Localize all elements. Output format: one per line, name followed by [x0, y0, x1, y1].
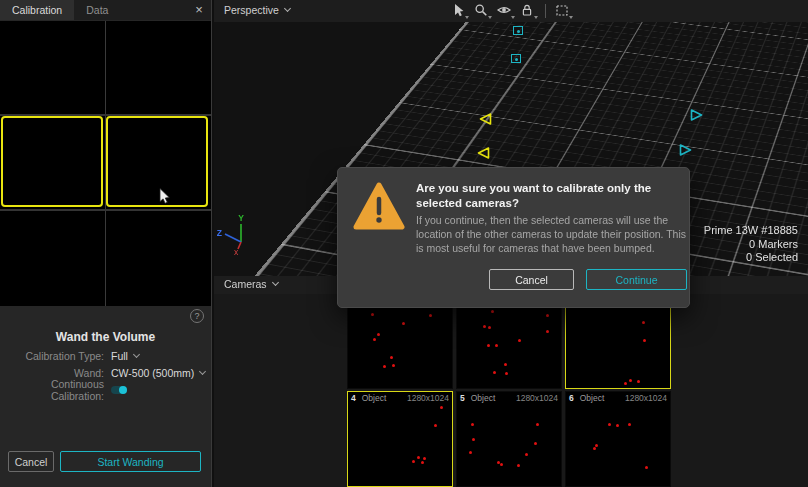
help-icon[interactable]: ?	[190, 309, 204, 323]
marker-dot	[373, 338, 376, 341]
calibration-panel: Calibration Data × ? Wand the Volume Cal…	[0, 0, 211, 487]
chevron-down-icon	[133, 350, 140, 357]
camera-tile[interactable]: 4Object1280x1024	[347, 391, 453, 487]
marker-dot	[471, 423, 474, 426]
marker-dot	[371, 313, 374, 316]
marker-dot	[628, 423, 631, 426]
marker-dot	[412, 460, 415, 463]
cameras-view-label: Cameras	[224, 278, 267, 290]
marker-dot	[495, 344, 498, 347]
selection-info-overlay: Prime 13W #18885 0 Markers 0 Selected	[704, 224, 798, 265]
dialog-cancel-button[interactable]: Cancel	[489, 269, 574, 290]
start-wanding-button[interactable]: Start Wanding	[60, 451, 201, 472]
marker-dot	[390, 356, 393, 359]
marker-dot	[421, 461, 424, 464]
viewport-toolbar: Perspective	[214, 0, 808, 22]
cameras-viewport: 4Object1280x10245Object1280x10246Object1…	[214, 294, 808, 487]
dialog-continue-button[interactable]: Continue	[586, 269, 687, 290]
camera-marker-yellow[interactable]	[479, 111, 492, 129]
camera-marker-yellow[interactable]	[477, 145, 490, 163]
camera-preview-grid[interactable]	[0, 21, 211, 306]
chevron-down-icon	[199, 367, 206, 374]
cameras-view-selector[interactable]: Cameras	[224, 278, 278, 290]
marquee-select-tool-icon[interactable]	[555, 3, 571, 19]
warning-icon	[353, 182, 405, 230]
panel-tabbar: Calibration Data ×	[0, 0, 211, 20]
dialog-title: Are you sure you want to calibrate only …	[416, 181, 688, 211]
calibration-type-dropdown[interactable]: Full	[111, 350, 139, 362]
marker-dot	[434, 424, 437, 427]
marker-dot	[472, 438, 475, 441]
camera-marker-dot	[515, 58, 518, 61]
marker-dot	[536, 423, 539, 426]
marker-dot	[500, 463, 503, 466]
marker-dot	[392, 364, 395, 367]
camera-tile[interactable]: 5Object1280x1024	[456, 391, 562, 487]
visibility-tool-icon[interactable]	[497, 3, 513, 19]
close-icon[interactable]: ×	[191, 2, 207, 18]
camera-tile-header: 6Object1280x1024	[566, 392, 670, 404]
marker-dot	[518, 339, 521, 342]
tab-calibration[interactable]: Calibration	[0, 0, 74, 20]
marker-dot	[616, 424, 619, 427]
marker-dot	[517, 464, 520, 467]
camera-tile[interactable]	[347, 297, 453, 389]
marker-dot	[402, 322, 405, 325]
wand-dropdown[interactable]: CW-500 (500mm)	[111, 367, 205, 379]
marker-dot	[546, 314, 549, 317]
camera-tile-header: 4Object1280x1024	[348, 392, 452, 404]
grid-divider	[0, 209, 211, 211]
marker-dot	[469, 451, 472, 454]
axis-y-label: Y	[238, 213, 244, 223]
view-selector-label: Perspective	[224, 4, 279, 16]
axis-z-label: Z	[217, 228, 222, 238]
marker-dot	[546, 330, 549, 333]
marker-dot	[429, 314, 432, 317]
camera-marker-cyan[interactable]	[513, 26, 523, 35]
marker-dot	[377, 333, 380, 336]
camera-marker-dot	[517, 30, 520, 33]
camera-tile[interactable]	[565, 297, 671, 389]
cancel-button[interactable]: Cancel	[8, 451, 54, 472]
marker-dot	[383, 365, 386, 368]
viewport-tools	[451, 3, 571, 19]
marker-dot	[504, 363, 507, 366]
zoom-tool-icon[interactable]	[474, 3, 490, 19]
marker-dot	[595, 444, 598, 447]
marker-dot	[608, 423, 611, 426]
selected-camera-preview[interactable]	[1, 116, 103, 207]
marker-dot	[629, 379, 632, 382]
view-selector[interactable]: Perspective	[224, 4, 290, 16]
marker-dot	[488, 326, 491, 329]
axis-gizmo-icon: Y Z x	[217, 198, 265, 256]
camera-tile[interactable]: 6Object1280x1024	[565, 391, 671, 487]
tab-data[interactable]: Data	[74, 0, 120, 20]
marker-dot	[493, 371, 496, 374]
toolbar-separator	[545, 4, 546, 18]
wand-section-title: Wand the Volume	[0, 330, 211, 344]
marker-dot	[624, 382, 627, 385]
camera-marker-cyan[interactable]	[690, 107, 703, 125]
marker-dot	[487, 344, 490, 347]
marker-dot	[491, 310, 494, 313]
camera-marker-cyan[interactable]	[511, 54, 521, 63]
selected-camera-preview[interactable]	[106, 116, 208, 207]
marker-dot	[645, 466, 648, 469]
selected-count: 0 Selected	[704, 251, 798, 265]
camera-marker-cyan[interactable]	[679, 142, 692, 160]
chevron-down-icon	[272, 278, 279, 285]
continuous-calibration-toggle[interactable]	[111, 386, 127, 394]
calibrate-confirmation-dialog: Are you sure you want to calibrate only …	[337, 167, 690, 308]
marker-dot	[483, 325, 486, 328]
select-tool-icon[interactable]	[451, 3, 467, 19]
marker-dot	[534, 442, 537, 445]
marker-dot	[643, 339, 646, 342]
lock-tool-icon[interactable]	[520, 3, 536, 19]
marker-dot	[423, 457, 426, 460]
calibration-type-row: Calibration Type: Full	[0, 349, 211, 363]
wand-value: CW-500 (500mm)	[111, 367, 194, 379]
continuous-calibration-label: Continuous Calibration:	[0, 378, 104, 402]
marker-dot	[637, 380, 640, 383]
camera-tile[interactable]	[456, 297, 562, 389]
marker-dot	[525, 453, 528, 456]
